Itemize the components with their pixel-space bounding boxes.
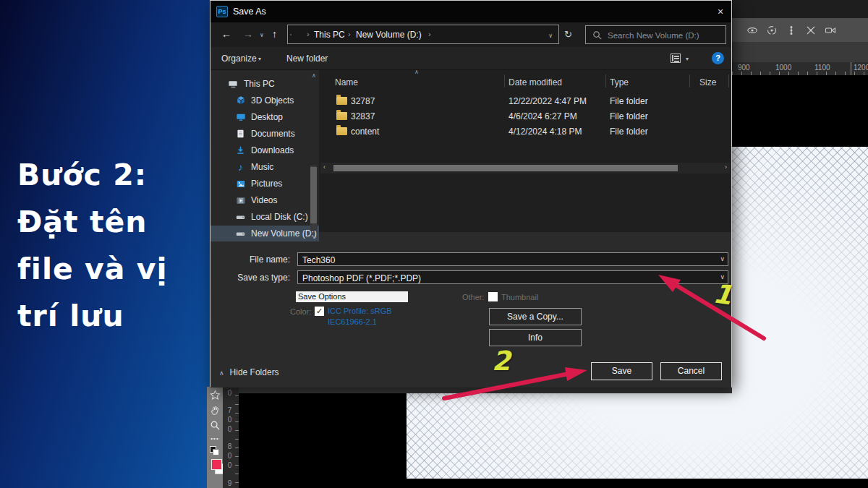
cube-icon bbox=[235, 95, 246, 106]
sidebar-item-label: Desktop bbox=[251, 112, 283, 122]
ruler-mark: 900 bbox=[738, 64, 750, 72]
new-folder-button[interactable]: New folder bbox=[286, 53, 328, 64]
sidebar-item-this-pc[interactable]: This PC bbox=[210, 76, 319, 92]
save-a-copy-button[interactable]: Save a Copy... bbox=[489, 308, 582, 325]
mini-background-swatch bbox=[213, 449, 219, 455]
back-button[interactable]: ← bbox=[221, 28, 231, 40]
forward-button[interactable]: → bbox=[243, 28, 253, 40]
pan-3d-icon[interactable] bbox=[786, 25, 797, 36]
ruler-mark: 0 bbox=[226, 389, 234, 398]
column-header-date-modified[interactable]: Date modified bbox=[509, 77, 562, 87]
sidebar-item-documents[interactable]: Documents bbox=[210, 126, 319, 142]
organize-button[interactable]: Organize bbox=[221, 53, 257, 64]
info-button[interactable]: Info bbox=[489, 329, 582, 346]
breadcrumb-separator: › bbox=[428, 30, 431, 38]
desktop-icon bbox=[235, 112, 246, 123]
sidebar-item-label: Music bbox=[251, 162, 273, 172]
breadcrumb-new-volume[interactable]: New Volume (D:) bbox=[356, 30, 422, 40]
sidebar-item-music[interactable]: ♪ Music bbox=[210, 159, 319, 175]
recent-locations-button[interactable]: ∨ bbox=[260, 32, 264, 38]
column-header-type[interactable]: Type bbox=[610, 77, 629, 87]
thumbnail-label: Thumbnail bbox=[501, 293, 538, 301]
file-type: File folder bbox=[610, 96, 648, 106]
slide-3d-icon[interactable] bbox=[805, 25, 817, 36]
zoom-tool-icon[interactable] bbox=[210, 420, 221, 431]
icc-profile-checkbox[interactable]: ✓ bbox=[315, 307, 324, 316]
navigation-pane: ∧ This PC 3D Objects Desktop Documents bbox=[210, 70, 319, 232]
sidebar-scrollbar-thumb[interactable] bbox=[310, 167, 317, 223]
hide-folders-button[interactable]: ∧Hide Folders bbox=[219, 367, 279, 377]
default-colors-icon[interactable] bbox=[210, 446, 220, 455]
sidebar-item-label: Videos bbox=[251, 195, 277, 205]
foreground-color-swatch[interactable] bbox=[211, 459, 222, 470]
file-name: 32837 bbox=[351, 111, 375, 121]
color-swatches[interactable] bbox=[210, 459, 220, 469]
toolbar-ellipsis-icon[interactable]: ••• bbox=[210, 435, 218, 442]
music-note-icon: ♪ bbox=[235, 162, 246, 173]
save-as-type-select[interactable]: ∨ bbox=[297, 270, 728, 284]
cancel-button[interactable]: Cancel bbox=[660, 362, 722, 380]
download-icon bbox=[235, 145, 246, 156]
scroll-left-icon[interactable]: ‹ bbox=[323, 163, 326, 171]
chevron-down-icon[interactable]: ∨ bbox=[720, 255, 725, 262]
address-bar[interactable]: › This PC › New Volume (D:) › ∨ bbox=[287, 25, 559, 44]
file-type: File folder bbox=[610, 111, 648, 121]
sidebar-scroll-down-icon[interactable]: ∨ bbox=[312, 234, 316, 240]
up-button[interactable]: ↑ bbox=[272, 28, 277, 40]
file-name-field[interactable]: ∨ bbox=[297, 252, 728, 266]
caption-line: file và vị bbox=[17, 246, 205, 293]
column-header-name[interactable]: Name bbox=[335, 77, 358, 87]
other-label: Other: bbox=[462, 293, 485, 301]
horizontal-scrollbar-thumb[interactable] bbox=[333, 165, 678, 171]
folder-icon bbox=[336, 127, 347, 135]
file-date: 4/6/2024 6:27 PM bbox=[509, 111, 577, 121]
breadcrumb-this-pc[interactable]: This PC bbox=[314, 30, 345, 40]
photoshop-app-icon: Ps bbox=[216, 6, 228, 17]
camera-3d-icon[interactable] bbox=[825, 25, 836, 36]
pasteboard bbox=[239, 387, 407, 488]
orbit-3d-icon[interactable] bbox=[746, 25, 758, 36]
sidebar-item-downloads[interactable]: Downloads bbox=[210, 142, 319, 158]
icc-profile-text: IEC61966-2.1 bbox=[328, 317, 377, 326]
sidebar-item-pictures[interactable]: Pictures bbox=[210, 176, 319, 192]
dialog-titlebar[interactable]: Ps Save As × bbox=[210, 1, 731, 22]
sidebar-item-label: 3D Objects bbox=[251, 95, 294, 106]
save-as-type-label: Save as type: bbox=[218, 273, 290, 283]
thumbnail-checkbox[interactable] bbox=[488, 292, 498, 301]
ruler-mark: 1200 bbox=[854, 64, 868, 72]
roll-3d-icon[interactable] bbox=[766, 25, 778, 36]
custom-shape-tool-icon[interactable] bbox=[210, 390, 221, 401]
view-caret-icon[interactable]: ▾ bbox=[686, 56, 689, 62]
address-dropdown-icon[interactable]: ∨ bbox=[548, 33, 553, 39]
dialog-title: Save As bbox=[233, 7, 266, 17]
sidebar-item-label: Local Disk (C:) bbox=[251, 212, 308, 222]
ruler-mark: 9 bbox=[226, 479, 234, 488]
search-icon bbox=[592, 30, 602, 40]
change-view-icon[interactable] bbox=[671, 53, 681, 63]
search-input[interactable] bbox=[606, 27, 725, 43]
caption-line: Bước 2: bbox=[17, 152, 205, 199]
sort-ascending-icon: ∧ bbox=[414, 69, 419, 75]
save-button[interactable]: Save bbox=[591, 362, 652, 380]
collapse-icon: ∧ bbox=[219, 369, 224, 377]
file-name-input[interactable] bbox=[301, 254, 709, 266]
sidebar-item-videos[interactable]: Videos bbox=[210, 192, 319, 208]
sidebar-item-new-volume-d[interactable]: New Volume (D:) bbox=[210, 226, 319, 241]
search-box[interactable] bbox=[585, 25, 726, 44]
column-header-size[interactable]: Size bbox=[699, 77, 716, 87]
computer-icon bbox=[228, 79, 239, 90]
scroll-right-icon[interactable]: › bbox=[725, 163, 727, 171]
screen: 900 1000 1100 1200 ••• 0 700 800 9 Bước … bbox=[0, 0, 868, 488]
ruler-mark: 1000 bbox=[775, 64, 791, 72]
ps-window-strip bbox=[732, 0, 868, 18]
hand-tool-icon[interactable] bbox=[210, 405, 221, 416]
help-icon[interactable]: ? bbox=[712, 52, 724, 64]
save-as-dialog: Ps Save As × ← → ∨ ↑ › This PC › New Vol… bbox=[210, 0, 732, 387]
sidebar-item-desktop[interactable]: Desktop bbox=[210, 109, 319, 125]
ruler-mark: 800 bbox=[226, 442, 234, 471]
close-icon[interactable]: × bbox=[712, 4, 728, 19]
sidebar-item-local-disk-c[interactable]: Local Disk (C:) bbox=[210, 209, 319, 225]
sidebar-item-3d-objects[interactable]: 3D Objects bbox=[210, 93, 319, 108]
refresh-icon[interactable]: ↻ bbox=[564, 29, 572, 40]
save-as-type-value[interactable] bbox=[301, 272, 709, 284]
